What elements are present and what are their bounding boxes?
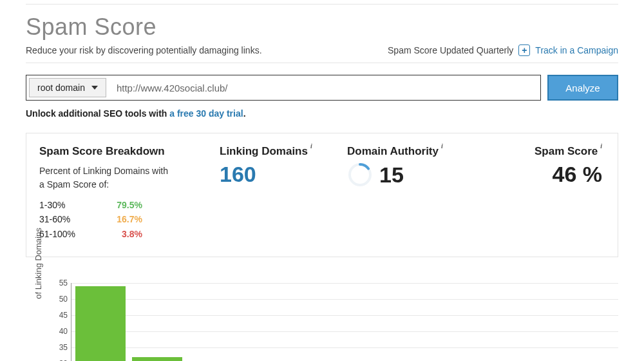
domain-authority-value: 15: [379, 162, 404, 188]
linking-domains-value[interactable]: 160: [220, 162, 347, 187]
breakdown-label: 31-60%: [39, 212, 104, 226]
linking-domains-metric: Linking Domains i 160: [220, 145, 347, 241]
domain-authority-metric: Domain Authority i 15: [347, 145, 475, 241]
chart-gridline: [71, 347, 618, 348]
breakdown-value: 79.5%: [104, 198, 142, 212]
chevron-down-icon: [91, 86, 98, 90]
scope-select-label: root domain: [37, 83, 85, 93]
chart-plot: 25303540455055: [71, 283, 618, 361]
chart-gridline: [71, 315, 618, 316]
chart-ytick: 35: [52, 343, 68, 352]
unlock-suffix: .: [243, 108, 246, 119]
metrics-panel: Spam Score Breakdown Percent of Linking …: [26, 133, 618, 257]
search-row: root domain Analyze: [26, 75, 618, 101]
chart-gridline: [71, 331, 618, 332]
chart-ytick: 40: [52, 327, 68, 336]
linking-domains-title: Linking Domains: [220, 145, 308, 158]
track-campaign-link[interactable]: Track in a Campaign: [535, 45, 618, 55]
breakdown-desc-line2: a Spam Score of:: [39, 179, 109, 190]
chart-bar: [132, 357, 182, 361]
spam-score-metric: Spam Score i 46 %: [475, 145, 605, 241]
page-title: Spam Score: [26, 14, 618, 41]
info-icon[interactable]: i: [310, 142, 312, 150]
chart-ytick: 55: [52, 278, 68, 288]
breakdown-row: 31-60%16.7%: [39, 212, 220, 226]
breakdown-title: Spam Score Breakdown: [39, 145, 220, 158]
update-info: Spam Score Updated Quarterly + Track in …: [388, 44, 618, 56]
chart-gridline: [71, 283, 618, 284]
breakdown-value: 3.8%: [104, 227, 142, 241]
subtitle-row: Reduce your risk by discovering potentia…: [26, 44, 618, 63]
spam-score-value: 46 %: [475, 162, 602, 187]
breakdown-label: 61-100%: [39, 227, 104, 241]
chart-gridline: [71, 299, 618, 300]
page-subtitle: Reduce your risk by discovering potentia…: [26, 45, 262, 55]
chart: of Linking Domains 25303540455055: [26, 283, 618, 361]
chart-ytick: 50: [52, 295, 68, 304]
updated-text: Spam Score Updated Quarterly: [388, 45, 513, 55]
breakdown-label: 1-30%: [39, 198, 104, 212]
chart-ylabel: of Linking Domains: [33, 228, 43, 299]
info-icon[interactable]: i: [441, 142, 443, 150]
breakdown-value: 16.7%: [104, 212, 142, 226]
chart-ytick: 45: [52, 311, 68, 320]
unlock-row: Unlock additional SEO tools with a free …: [26, 108, 618, 119]
analyze-button[interactable]: Analyze: [547, 75, 618, 101]
info-icon[interactable]: i: [600, 142, 602, 150]
url-input[interactable]: [109, 75, 540, 100]
gauge-icon: [347, 162, 373, 188]
breakdown-column: Spam Score Breakdown Percent of Linking …: [39, 145, 220, 241]
breakdown-row: 1-30%79.5%: [39, 198, 220, 212]
domain-authority-title: Domain Authority: [347, 145, 439, 158]
spam-score-title: Spam Score: [535, 145, 598, 158]
search-box: root domain: [26, 75, 541, 101]
breakdown-row: 61-100%3.8%: [39, 227, 220, 241]
chart-bar: [75, 286, 126, 361]
breakdown-desc: Percent of Linking Domains with a Spam S…: [39, 164, 220, 191]
top-divider: [26, 4, 618, 5]
plus-icon[interactable]: +: [518, 44, 530, 56]
unlock-prefix: Unlock additional SEO tools with: [26, 108, 169, 119]
scope-select[interactable]: root domain: [29, 78, 106, 97]
breakdown-desc-line1: Percent of Linking Domains with: [39, 166, 168, 176]
free-trial-link[interactable]: a free 30 day trial: [169, 108, 243, 119]
